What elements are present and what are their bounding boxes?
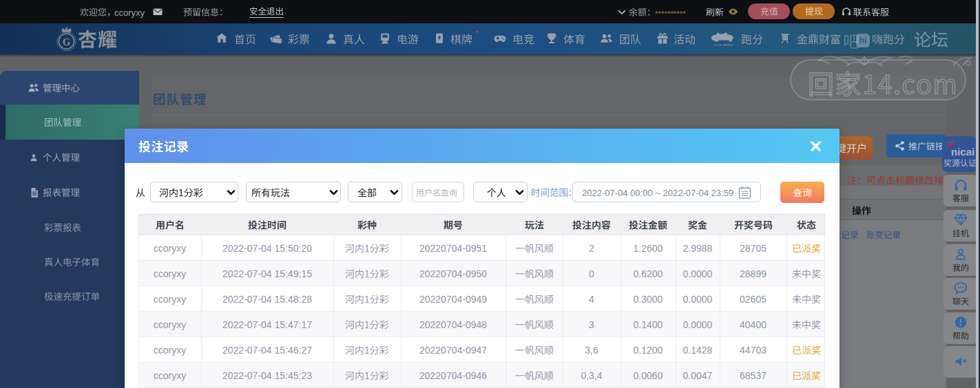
svg-text:G: G [63,36,71,47]
svg-text:C.L.W. RHINO: C.L.W. RHINO [713,43,733,47]
